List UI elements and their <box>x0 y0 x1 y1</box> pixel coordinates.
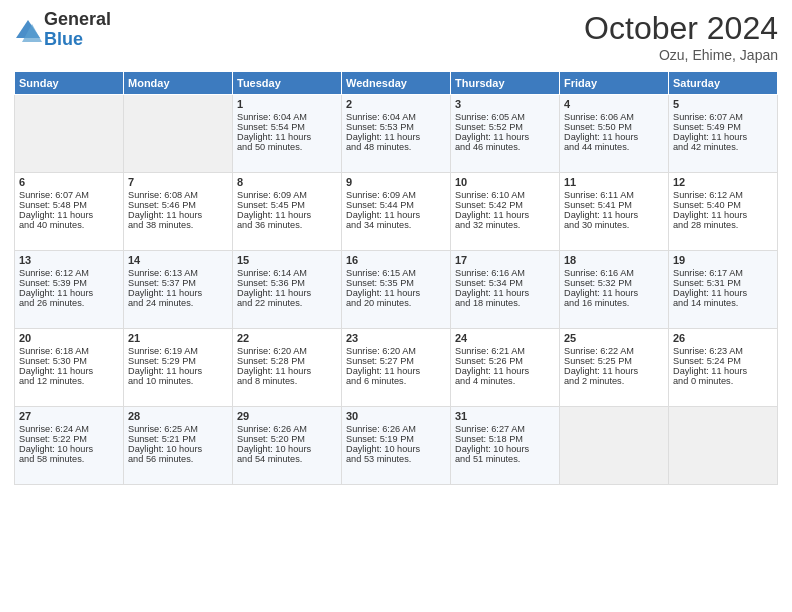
day-info-line: Daylight: 10 hours <box>346 444 446 454</box>
day-info-line: Daylight: 11 hours <box>237 132 337 142</box>
day-cell <box>669 407 778 485</box>
day-info-line: Daylight: 10 hours <box>19 444 119 454</box>
day-info-line: Sunset: 5:42 PM <box>455 200 555 210</box>
day-cell: 12Sunrise: 6:12 AMSunset: 5:40 PMDayligh… <box>669 173 778 251</box>
day-info-line: Sunrise: 6:07 AM <box>673 112 773 122</box>
day-number: 20 <box>19 332 119 344</box>
day-info-line: and 8 minutes. <box>237 376 337 386</box>
day-info-line: Sunset: 5:41 PM <box>564 200 664 210</box>
day-info-line: Sunset: 5:18 PM <box>455 434 555 444</box>
day-cell: 19Sunrise: 6:17 AMSunset: 5:31 PMDayligh… <box>669 251 778 329</box>
day-info-line: Sunrise: 6:09 AM <box>237 190 337 200</box>
day-info-line: and 18 minutes. <box>455 298 555 308</box>
day-cell: 13Sunrise: 6:12 AMSunset: 5:39 PMDayligh… <box>15 251 124 329</box>
day-info-line: Daylight: 11 hours <box>564 288 664 298</box>
day-info-line: and 30 minutes. <box>564 220 664 230</box>
day-number: 26 <box>673 332 773 344</box>
day-info-line: and 22 minutes. <box>237 298 337 308</box>
day-info-line: and 46 minutes. <box>455 142 555 152</box>
day-info-line: and 53 minutes. <box>346 454 446 464</box>
day-info-line: Daylight: 11 hours <box>346 366 446 376</box>
header-thursday: Thursday <box>451 72 560 95</box>
day-cell: 18Sunrise: 6:16 AMSunset: 5:32 PMDayligh… <box>560 251 669 329</box>
day-number: 22 <box>237 332 337 344</box>
day-info-line: Sunset: 5:52 PM <box>455 122 555 132</box>
day-info-line: and 38 minutes. <box>128 220 228 230</box>
logo-blue-text: Blue <box>44 30 111 50</box>
day-info-line: Daylight: 11 hours <box>128 210 228 220</box>
day-info-line: Sunrise: 6:16 AM <box>455 268 555 278</box>
day-info-line: and 44 minutes. <box>564 142 664 152</box>
day-info-line: Sunset: 5:45 PM <box>237 200 337 210</box>
calendar-table: SundayMondayTuesdayWednesdayThursdayFrid… <box>14 71 778 485</box>
day-cell: 17Sunrise: 6:16 AMSunset: 5:34 PMDayligh… <box>451 251 560 329</box>
day-info-line: Sunset: 5:46 PM <box>128 200 228 210</box>
day-info-line: Daylight: 11 hours <box>455 132 555 142</box>
day-number: 16 <box>346 254 446 266</box>
day-number: 31 <box>455 410 555 422</box>
day-number: 1 <box>237 98 337 110</box>
day-info-line: Sunset: 5:34 PM <box>455 278 555 288</box>
day-info-line: Daylight: 11 hours <box>237 210 337 220</box>
day-number: 9 <box>346 176 446 188</box>
day-info-line: Daylight: 11 hours <box>346 132 446 142</box>
day-info-line: Daylight: 11 hours <box>455 366 555 376</box>
day-info-line: Sunset: 5:40 PM <box>673 200 773 210</box>
week-row-5: 27Sunrise: 6:24 AMSunset: 5:22 PMDayligh… <box>15 407 778 485</box>
day-info-line: and 36 minutes. <box>237 220 337 230</box>
location-subtitle: Ozu, Ehime, Japan <box>584 47 778 63</box>
day-cell: 24Sunrise: 6:21 AMSunset: 5:26 PMDayligh… <box>451 329 560 407</box>
day-info-line: and 14 minutes. <box>673 298 773 308</box>
day-info-line: Daylight: 11 hours <box>128 288 228 298</box>
day-info-line: Daylight: 11 hours <box>19 366 119 376</box>
day-cell: 20Sunrise: 6:18 AMSunset: 5:30 PMDayligh… <box>15 329 124 407</box>
day-info-line: Daylight: 11 hours <box>346 210 446 220</box>
day-info-line: Daylight: 11 hours <box>19 288 119 298</box>
header-sunday: Sunday <box>15 72 124 95</box>
day-info-line: and 32 minutes. <box>455 220 555 230</box>
day-info-line: Sunset: 5:39 PM <box>19 278 119 288</box>
day-info-line: Daylight: 11 hours <box>346 288 446 298</box>
day-number: 27 <box>19 410 119 422</box>
day-info-line: Sunrise: 6:13 AM <box>128 268 228 278</box>
day-cell: 6Sunrise: 6:07 AMSunset: 5:48 PMDaylight… <box>15 173 124 251</box>
day-info-line: Sunset: 5:36 PM <box>237 278 337 288</box>
day-info-line: Daylight: 11 hours <box>673 210 773 220</box>
day-info-line: Sunset: 5:54 PM <box>237 122 337 132</box>
day-info-line: Daylight: 11 hours <box>19 210 119 220</box>
day-info-line: Sunrise: 6:20 AM <box>346 346 446 356</box>
day-cell: 9Sunrise: 6:09 AMSunset: 5:44 PMDaylight… <box>342 173 451 251</box>
day-info-line: and 24 minutes. <box>128 298 228 308</box>
day-info-line: Sunset: 5:24 PM <box>673 356 773 366</box>
day-info-line: and 40 minutes. <box>19 220 119 230</box>
day-info-line: Sunrise: 6:04 AM <box>346 112 446 122</box>
day-info-line: Sunrise: 6:16 AM <box>564 268 664 278</box>
day-info-line: Sunset: 5:20 PM <box>237 434 337 444</box>
day-info-line: Sunrise: 6:19 AM <box>128 346 228 356</box>
week-row-1: 1Sunrise: 6:04 AMSunset: 5:54 PMDaylight… <box>15 95 778 173</box>
day-info-line: and 51 minutes. <box>455 454 555 464</box>
day-number: 29 <box>237 410 337 422</box>
header: General Blue October 2024 Ozu, Ehime, Ja… <box>14 10 778 63</box>
day-info-line: Sunrise: 6:18 AM <box>19 346 119 356</box>
day-info-line: Daylight: 11 hours <box>673 132 773 142</box>
day-info-line: Sunset: 5:19 PM <box>346 434 446 444</box>
week-row-4: 20Sunrise: 6:18 AMSunset: 5:30 PMDayligh… <box>15 329 778 407</box>
day-info-line: and 10 minutes. <box>128 376 228 386</box>
day-cell: 27Sunrise: 6:24 AMSunset: 5:22 PMDayligh… <box>15 407 124 485</box>
day-info-line: Sunset: 5:37 PM <box>128 278 228 288</box>
day-number: 18 <box>564 254 664 266</box>
day-info-line: Daylight: 11 hours <box>673 366 773 376</box>
day-cell: 3Sunrise: 6:05 AMSunset: 5:52 PMDaylight… <box>451 95 560 173</box>
day-info-line: Sunset: 5:31 PM <box>673 278 773 288</box>
day-info-line: and 0 minutes. <box>673 376 773 386</box>
day-cell: 8Sunrise: 6:09 AMSunset: 5:45 PMDaylight… <box>233 173 342 251</box>
day-info-line: and 4 minutes. <box>455 376 555 386</box>
day-info-line: Sunset: 5:53 PM <box>346 122 446 132</box>
day-info-line: Daylight: 10 hours <box>237 444 337 454</box>
day-number: 3 <box>455 98 555 110</box>
day-info-line: Sunset: 5:49 PM <box>673 122 773 132</box>
day-info-line: Daylight: 10 hours <box>128 444 228 454</box>
day-info-line: Sunrise: 6:08 AM <box>128 190 228 200</box>
day-info-line: Sunset: 5:29 PM <box>128 356 228 366</box>
